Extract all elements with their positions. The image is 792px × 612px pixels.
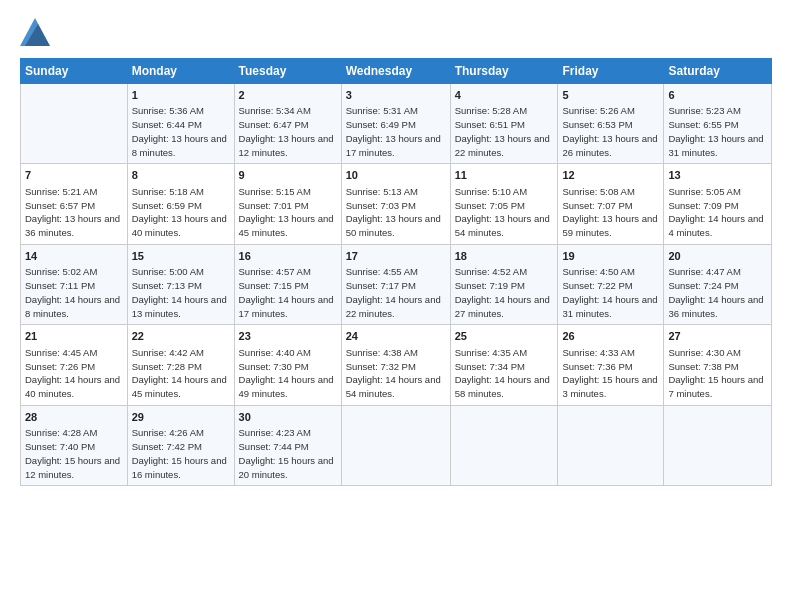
day-cell: 23Sunrise: 4:40 AM Sunset: 7:30 PM Dayli… [234,325,341,405]
day-cell: 26Sunrise: 4:33 AM Sunset: 7:36 PM Dayli… [558,325,664,405]
day-number: 5 [562,88,659,103]
day-number: 2 [239,88,337,103]
day-info: Sunrise: 4:55 AM Sunset: 7:17 PM Dayligh… [346,265,446,320]
day-info: Sunrise: 4:40 AM Sunset: 7:30 PM Dayligh… [239,346,337,401]
weekday-header-sunday: Sunday [21,59,128,84]
day-number: 22 [132,329,230,344]
day-number: 10 [346,168,446,183]
weekday-header-friday: Friday [558,59,664,84]
day-cell [21,84,128,164]
day-info: Sunrise: 5:34 AM Sunset: 6:47 PM Dayligh… [239,104,337,159]
day-info: Sunrise: 4:57 AM Sunset: 7:15 PM Dayligh… [239,265,337,320]
day-cell: 11Sunrise: 5:10 AM Sunset: 7:05 PM Dayli… [450,164,558,244]
day-info: Sunrise: 4:47 AM Sunset: 7:24 PM Dayligh… [668,265,767,320]
day-info: Sunrise: 4:33 AM Sunset: 7:36 PM Dayligh… [562,346,659,401]
day-number: 20 [668,249,767,264]
day-cell: 18Sunrise: 4:52 AM Sunset: 7:19 PM Dayli… [450,244,558,324]
day-info: Sunrise: 5:21 AM Sunset: 6:57 PM Dayligh… [25,185,123,240]
day-number: 18 [455,249,554,264]
day-cell: 19Sunrise: 4:50 AM Sunset: 7:22 PM Dayli… [558,244,664,324]
day-cell: 22Sunrise: 4:42 AM Sunset: 7:28 PM Dayli… [127,325,234,405]
day-info: Sunrise: 4:52 AM Sunset: 7:19 PM Dayligh… [455,265,554,320]
day-info: Sunrise: 5:18 AM Sunset: 6:59 PM Dayligh… [132,185,230,240]
day-number: 4 [455,88,554,103]
day-number: 17 [346,249,446,264]
day-cell: 25Sunrise: 4:35 AM Sunset: 7:34 PM Dayli… [450,325,558,405]
day-info: Sunrise: 4:23 AM Sunset: 7:44 PM Dayligh… [239,426,337,481]
day-cell [341,405,450,485]
weekday-header-tuesday: Tuesday [234,59,341,84]
week-row-3: 14Sunrise: 5:02 AM Sunset: 7:11 PM Dayli… [21,244,772,324]
weekday-header-thursday: Thursday [450,59,558,84]
day-info: Sunrise: 4:50 AM Sunset: 7:22 PM Dayligh… [562,265,659,320]
day-number: 16 [239,249,337,264]
day-number: 9 [239,168,337,183]
logo [20,18,52,46]
day-number: 23 [239,329,337,344]
day-info: Sunrise: 5:13 AM Sunset: 7:03 PM Dayligh… [346,185,446,240]
day-info: Sunrise: 4:26 AM Sunset: 7:42 PM Dayligh… [132,426,230,481]
page: SundayMondayTuesdayWednesdayThursdayFrid… [0,0,792,496]
weekday-header-wednesday: Wednesday [341,59,450,84]
day-cell [664,405,772,485]
day-number: 24 [346,329,446,344]
day-cell: 9Sunrise: 5:15 AM Sunset: 7:01 PM Daylig… [234,164,341,244]
day-cell: 10Sunrise: 5:13 AM Sunset: 7:03 PM Dayli… [341,164,450,244]
day-number: 1 [132,88,230,103]
day-info: Sunrise: 4:30 AM Sunset: 7:38 PM Dayligh… [668,346,767,401]
day-cell: 12Sunrise: 5:08 AM Sunset: 7:07 PM Dayli… [558,164,664,244]
day-number: 28 [25,410,123,425]
day-number: 21 [25,329,123,344]
day-number: 13 [668,168,767,183]
weekday-header-saturday: Saturday [664,59,772,84]
day-number: 12 [562,168,659,183]
day-number: 15 [132,249,230,264]
day-cell: 2Sunrise: 5:34 AM Sunset: 6:47 PM Daylig… [234,84,341,164]
day-cell: 29Sunrise: 4:26 AM Sunset: 7:42 PM Dayli… [127,405,234,485]
day-cell [558,405,664,485]
day-number: 8 [132,168,230,183]
day-cell: 24Sunrise: 4:38 AM Sunset: 7:32 PM Dayli… [341,325,450,405]
day-cell: 5Sunrise: 5:26 AM Sunset: 6:53 PM Daylig… [558,84,664,164]
day-info: Sunrise: 5:05 AM Sunset: 7:09 PM Dayligh… [668,185,767,240]
weekday-header-row: SundayMondayTuesdayWednesdayThursdayFrid… [21,59,772,84]
day-number: 30 [239,410,337,425]
week-row-5: 28Sunrise: 4:28 AM Sunset: 7:40 PM Dayli… [21,405,772,485]
day-cell: 3Sunrise: 5:31 AM Sunset: 6:49 PM Daylig… [341,84,450,164]
day-number: 27 [668,329,767,344]
day-info: Sunrise: 5:31 AM Sunset: 6:49 PM Dayligh… [346,104,446,159]
day-number: 19 [562,249,659,264]
day-info: Sunrise: 5:23 AM Sunset: 6:55 PM Dayligh… [668,104,767,159]
day-cell: 30Sunrise: 4:23 AM Sunset: 7:44 PM Dayli… [234,405,341,485]
day-info: Sunrise: 4:35 AM Sunset: 7:34 PM Dayligh… [455,346,554,401]
weekday-header-monday: Monday [127,59,234,84]
day-number: 6 [668,88,767,103]
day-cell: 16Sunrise: 4:57 AM Sunset: 7:15 PM Dayli… [234,244,341,324]
header [20,18,772,46]
day-info: Sunrise: 5:00 AM Sunset: 7:13 PM Dayligh… [132,265,230,320]
day-info: Sunrise: 4:45 AM Sunset: 7:26 PM Dayligh… [25,346,123,401]
day-info: Sunrise: 4:38 AM Sunset: 7:32 PM Dayligh… [346,346,446,401]
day-cell [450,405,558,485]
day-info: Sunrise: 5:26 AM Sunset: 6:53 PM Dayligh… [562,104,659,159]
day-number: 29 [132,410,230,425]
logo-icon [20,18,50,46]
day-info: Sunrise: 5:10 AM Sunset: 7:05 PM Dayligh… [455,185,554,240]
day-info: Sunrise: 5:15 AM Sunset: 7:01 PM Dayligh… [239,185,337,240]
day-cell: 21Sunrise: 4:45 AM Sunset: 7:26 PM Dayli… [21,325,128,405]
day-number: 14 [25,249,123,264]
day-number: 7 [25,168,123,183]
day-cell: 15Sunrise: 5:00 AM Sunset: 7:13 PM Dayli… [127,244,234,324]
day-info: Sunrise: 4:42 AM Sunset: 7:28 PM Dayligh… [132,346,230,401]
day-cell: 1Sunrise: 5:36 AM Sunset: 6:44 PM Daylig… [127,84,234,164]
day-info: Sunrise: 5:36 AM Sunset: 6:44 PM Dayligh… [132,104,230,159]
day-info: Sunrise: 5:08 AM Sunset: 7:07 PM Dayligh… [562,185,659,240]
day-cell: 6Sunrise: 5:23 AM Sunset: 6:55 PM Daylig… [664,84,772,164]
day-info: Sunrise: 5:28 AM Sunset: 6:51 PM Dayligh… [455,104,554,159]
calendar-table: SundayMondayTuesdayWednesdayThursdayFrid… [20,58,772,486]
day-cell: 27Sunrise: 4:30 AM Sunset: 7:38 PM Dayli… [664,325,772,405]
day-cell: 20Sunrise: 4:47 AM Sunset: 7:24 PM Dayli… [664,244,772,324]
week-row-2: 7Sunrise: 5:21 AM Sunset: 6:57 PM Daylig… [21,164,772,244]
day-info: Sunrise: 5:02 AM Sunset: 7:11 PM Dayligh… [25,265,123,320]
day-number: 26 [562,329,659,344]
